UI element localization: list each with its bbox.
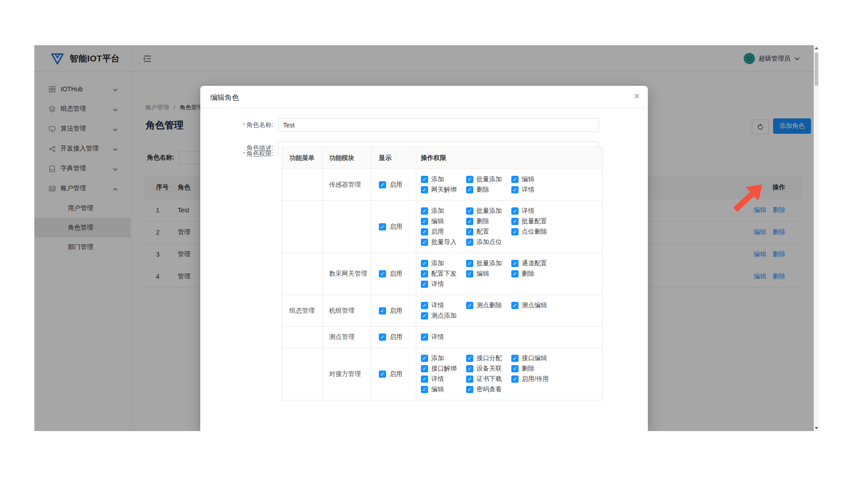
- perm-checkbox-item[interactable]: ✓测点添加: [421, 312, 466, 320]
- perm-checkbox-item[interactable]: ✓添加点位: [466, 238, 511, 246]
- checkbox-checked-icon[interactable]: ✓: [466, 302, 473, 309]
- perm-checkbox-item[interactable]: ✓批量配置: [511, 217, 557, 225]
- checkbox-checked-icon[interactable]: ✓: [421, 355, 428, 362]
- checkbox-checked-icon[interactable]: ✓: [466, 239, 473, 246]
- checkbox-checked-icon[interactable]: ✓: [511, 365, 519, 372]
- perm-checkbox-item[interactable]: ✓网关解绑: [421, 186, 466, 194]
- perm-col-header: 操作权限: [416, 147, 602, 169]
- checkbox-checked-icon[interactable]: ✓: [421, 270, 428, 277]
- perm-checkbox-item[interactable]: ✓详情: [421, 333, 466, 341]
- perm-checkbox-item[interactable]: ✓批量添加: [466, 259, 511, 267]
- checkbox-checked-icon[interactable]: ✓: [421, 333, 428, 341]
- checkbox-checked-icon[interactable]: ✓: [466, 375, 473, 383]
- checkbox-checked-icon[interactable]: ✓: [466, 386, 473, 393]
- perm-checkbox-item[interactable]: ✓启用: [421, 228, 466, 236]
- checkbox-checked-icon[interactable]: ✓: [466, 355, 473, 362]
- perm-checkbox-item[interactable]: ✓证书下载: [466, 375, 511, 383]
- checkbox-checked-icon[interactable]: ✓: [466, 365, 473, 372]
- role-name-input[interactable]: [278, 118, 599, 132]
- checkbox-checked-icon[interactable]: ✓: [466, 228, 473, 235]
- checkbox-checked-icon[interactable]: ✓: [421, 176, 428, 183]
- checkbox-checked-icon[interactable]: ✓: [421, 281, 428, 288]
- checkbox-checked-icon[interactable]: ✓: [421, 186, 428, 193]
- perm-checkbox-item[interactable]: ✓删除: [511, 270, 557, 278]
- perm-checkbox-item[interactable]: ✓添加: [421, 354, 466, 362]
- checkbox-checked-icon[interactable]: ✓: [511, 375, 519, 383]
- checkbox-checked-icon[interactable]: ✓: [379, 333, 386, 341]
- checkbox-checked-icon[interactable]: ✓: [421, 375, 428, 383]
- checkbox-checked-icon[interactable]: ✓: [511, 218, 519, 225]
- perm-checkbox-item[interactable]: ✓接口解绑: [421, 365, 466, 373]
- perm-checkbox-item[interactable]: ✓测点删除: [466, 301, 511, 310]
- checkbox-checked-icon[interactable]: ✓: [511, 176, 519, 183]
- perm-checkbox-item[interactable]: ✓详情: [511, 186, 557, 194]
- perm-checkbox-item[interactable]: ✓密码查看: [466, 385, 511, 394]
- checkbox-checked-icon[interactable]: ✓: [511, 207, 519, 215]
- checkbox-checked-icon[interactable]: ✓: [379, 223, 386, 230]
- perm-checkbox-item[interactable]: ✓接口分配: [466, 354, 511, 362]
- vertical-scrollbar[interactable]: [814, 45, 819, 431]
- perm-checkbox-item[interactable]: ✓配置下发: [421, 270, 466, 278]
- perm-checkbox-item[interactable]: ✓删除: [511, 365, 557, 373]
- perm-checkbox-item[interactable]: ✓添加: [421, 259, 466, 267]
- checkbox-checked-icon[interactable]: ✓: [511, 270, 519, 277]
- perm-checkbox-item[interactable]: ✓接口编辑: [511, 354, 557, 362]
- checkbox-checked-icon[interactable]: ✓: [466, 218, 473, 225]
- checkbox-checked-icon[interactable]: ✓: [421, 228, 428, 235]
- checkbox-checked-icon[interactable]: ✓: [421, 207, 428, 215]
- checkbox-checked-icon[interactable]: ✓: [421, 312, 428, 319]
- checkbox-checked-icon[interactable]: ✓: [379, 270, 386, 277]
- checkbox-checked-icon[interactable]: ✓: [379, 371, 386, 378]
- perm-checkbox-item[interactable]: ✓批量添加: [466, 207, 511, 215]
- scroll-up-icon[interactable]: [814, 45, 819, 52]
- perm-checkbox-item[interactable]: ✓编辑: [511, 175, 557, 183]
- perm-checkbox-item[interactable]: ✓批量导入: [421, 238, 466, 246]
- perm-checkbox-item[interactable]: ✓删除: [466, 186, 511, 194]
- perm-display-cell: ✓启用: [371, 253, 416, 295]
- checkbox-checked-icon[interactable]: ✓: [511, 228, 519, 235]
- checkbox-checked-icon[interactable]: ✓: [421, 302, 428, 309]
- perm-checkbox-item[interactable]: ✓详情: [421, 375, 466, 383]
- perm-checkbox-item[interactable]: ✓添加: [421, 175, 466, 183]
- scrollbar-thumb[interactable]: [815, 52, 818, 86]
- checkbox-checked-icon[interactable]: ✓: [511, 355, 519, 362]
- perm-checkbox-item[interactable]: ✓配置: [466, 228, 511, 236]
- checkbox-checked-icon[interactable]: ✓: [466, 207, 473, 215]
- checkbox-checked-icon[interactable]: ✓: [421, 386, 428, 393]
- perm-checkbox-item[interactable]: ✓设备关联: [466, 365, 511, 373]
- perm-checkbox-item[interactable]: ✓删除: [466, 217, 511, 225]
- scroll-down-icon[interactable]: [814, 425, 819, 431]
- checkbox-checked-icon[interactable]: ✓: [466, 186, 473, 193]
- perm-table-row: ✓启用✓添加✓批量添加✓详情✓编辑✓删除✓批量配置✓启用✓配置✓点位删除✓批量导…: [282, 201, 602, 253]
- checkbox-checked-icon[interactable]: ✓: [421, 218, 428, 225]
- perm-display-cell: ✓启用: [371, 348, 416, 400]
- perm-item-label: 编辑: [431, 217, 444, 225]
- checkbox-checked-icon[interactable]: ✓: [379, 307, 386, 314]
- role-name-label: 角色名称:: [200, 121, 278, 129]
- close-icon[interactable]: ×: [634, 91, 640, 101]
- perm-checkbox-item[interactable]: ✓编辑: [421, 217, 466, 225]
- checkbox-checked-icon[interactable]: ✓: [511, 302, 519, 309]
- perm-checkbox-item[interactable]: ✓启用/停用: [511, 375, 557, 383]
- perm-checkbox-item[interactable]: ✓详情: [421, 280, 466, 288]
- checkbox-checked-icon[interactable]: ✓: [466, 260, 473, 267]
- perm-checkbox-item[interactable]: ✓点位删除: [511, 228, 557, 236]
- checkbox-checked-icon[interactable]: ✓: [379, 181, 386, 188]
- checkbox-checked-icon[interactable]: ✓: [511, 186, 519, 193]
- perm-checkbox-item[interactable]: ✓编辑: [466, 270, 511, 278]
- perm-checkbox-item[interactable]: ✓批量添加: [466, 175, 511, 183]
- checkbox-checked-icon[interactable]: ✓: [421, 365, 428, 372]
- checkbox-checked-icon[interactable]: ✓: [421, 260, 428, 267]
- perm-checkbox-item[interactable]: ✓通道配置: [511, 259, 557, 267]
- perm-checkbox-item[interactable]: ✓详情: [511, 207, 557, 215]
- checkbox-checked-icon[interactable]: ✓: [421, 239, 428, 246]
- checkbox-checked-icon[interactable]: ✓: [466, 176, 473, 183]
- perm-item-label: 配置: [476, 228, 489, 236]
- perm-checkbox-item[interactable]: ✓测点编辑: [511, 301, 557, 310]
- perm-item-label: 批量添加: [476, 207, 502, 215]
- checkbox-checked-icon[interactable]: ✓: [466, 270, 473, 277]
- checkbox-checked-icon[interactable]: ✓: [511, 260, 519, 267]
- perm-checkbox-item[interactable]: ✓添加: [421, 207, 466, 215]
- perm-checkbox-item[interactable]: ✓详情: [421, 301, 466, 310]
- perm-checkbox-item[interactable]: ✓编辑: [421, 385, 466, 394]
